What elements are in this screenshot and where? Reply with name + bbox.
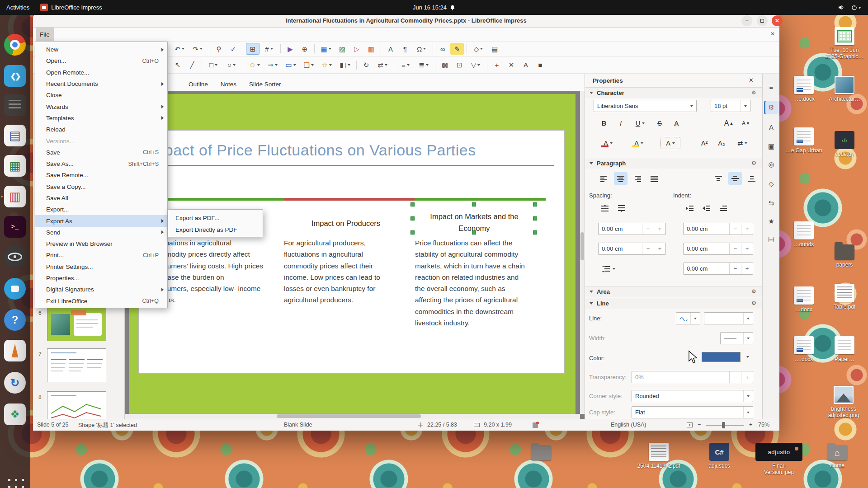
close-sidebar-icon[interactable]: ✕ <box>749 77 754 84</box>
tb-helplines[interactable]: # <box>260 43 278 55</box>
dropdown-arrow-icon[interactable] <box>743 390 753 402</box>
clock[interactable]: Jun 16 15:24 <box>413 4 447 11</box>
selection-handle[interactable] <box>410 230 415 235</box>
desktop-icon-docx-a[interactable]: …e.docx <box>783 76 825 102</box>
menu-slide-show[interactable] <box>94 28 103 41</box>
dock-software[interactable] <box>4 404 26 425</box>
tb-crop[interactable]: ⊡ <box>453 59 466 71</box>
file-menu-open-remote[interactable]: Open Remote... <box>35 67 167 78</box>
tb-basic-shapes[interactable]: ◇ <box>470 43 487 55</box>
menu-insert[interactable] <box>70 28 78 41</box>
desktop-icon-table-pdf[interactable]: Table.pdf <box>824 284 865 310</box>
decrement-button[interactable]: − <box>729 263 741 274</box>
align-top-button[interactable] <box>712 172 725 185</box>
sidebar-tab-shapes[interactable]: ◇ <box>764 177 778 191</box>
tb-zoom[interactable]: ⊕ <box>298 43 311 55</box>
menu-slide[interactable] <box>86 28 94 41</box>
desktop-icon-docx-c[interactable]: ….docx <box>783 336 825 362</box>
justify-button[interactable] <box>647 172 661 185</box>
superscript-button[interactable]: A² <box>698 137 711 149</box>
sidebar-tab-slide-transition[interactable]: ⇆ <box>764 196 778 210</box>
decrement-button[interactable]: − <box>729 223 741 235</box>
selection-handle[interactable] <box>533 216 537 221</box>
dock-chat[interactable] <box>4 278 26 300</box>
selection-handle[interactable] <box>533 230 537 235</box>
align-vcenter-button[interactable] <box>728 172 742 185</box>
volume-icon[interactable] <box>838 5 845 10</box>
desktop-icon-docx-b[interactable]: …docx <box>783 286 825 313</box>
file-menu-recent-documents[interactable]: Recent Documents <box>35 78 167 89</box>
tb-flip[interactable]: ⇄ <box>374 59 391 71</box>
dock-help[interactable] <box>4 309 26 331</box>
dock-terminal[interactable] <box>4 216 26 238</box>
font-size-combo[interactable]: 18 pt <box>711 100 750 112</box>
slide-title[interactable]: Impact of Price Fluctuations on Various … <box>147 141 476 159</box>
file-menu-save-a-copy[interactable]: Save a Copy... <box>35 181 167 192</box>
document-language[interactable]: English (USA) <box>611 422 646 428</box>
align-center-button[interactable] <box>614 172 627 185</box>
file-menu-preview-in-web-browser[interactable]: Preview in Web Browser <box>35 238 167 249</box>
tb-flowchart[interactable]: ▭ <box>282 59 299 71</box>
section-line[interactable]: Line ⚙ <box>585 298 762 309</box>
desktop-icon-xlsx[interactable]: Tue, 10 Jun 2025-Graphic… <box>824 27 865 60</box>
tb-extrusion[interactable]: ■ <box>533 59 547 71</box>
file-menu-printer-settings[interactable]: Printer Settings... <box>35 261 167 272</box>
bold-button[interactable]: B <box>597 117 611 129</box>
font-name-combo[interactable]: Liberation Sans <box>594 100 697 112</box>
italic-button[interactable]: I <box>614 117 627 129</box>
highlight-color-button[interactable]: A <box>629 137 649 149</box>
tb-align[interactable]: ≡ <box>397 59 414 71</box>
character-spacing-button[interactable]: ⇄ <box>732 137 753 149</box>
desktop-icon-folder[interactable] <box>520 443 562 460</box>
align-right-button[interactable] <box>631 172 644 185</box>
tb-callouts[interactable]: ❑ <box>300 59 317 71</box>
activities-button[interactable]: Activities <box>6 4 29 11</box>
file-menu-export[interactable]: Export... <box>35 204 167 215</box>
tb-fontwork[interactable]: A <box>519 59 533 71</box>
tb-filter[interactable]: ▽ <box>467 59 484 71</box>
tb-insert-media[interactable]: ▷ <box>350 43 363 55</box>
tb-distribute[interactable]: ≣ <box>415 59 432 71</box>
file-menu-properties[interactable]: Properties... <box>35 272 167 284</box>
section-character[interactable]: Character ⚙ <box>585 87 762 98</box>
dock-screenshot[interactable] <box>4 246 26 267</box>
desktop-icon-grounds[interactable]: …ounds <box>783 221 825 248</box>
tb-block-arrows[interactable]: ⇒ <box>264 59 281 71</box>
file-menu-save-remote[interactable]: Save Remote... <box>35 169 167 181</box>
tb-text-box[interactable]: A <box>384 43 397 55</box>
align-bottom-button[interactable] <box>745 172 759 185</box>
dropdown-arrow-icon[interactable] <box>741 100 750 112</box>
fit-slide-icon[interactable] <box>687 422 693 427</box>
tb-header-footer[interactable]: ¶ <box>398 43 412 55</box>
tb-hyperlink[interactable]: ∞ <box>436 43 449 55</box>
tb-special-character[interactable]: Ω <box>413 43 430 55</box>
shrink-font-button[interactable]: A▼ <box>739 117 753 129</box>
zoom-in[interactable]: + <box>749 422 752 428</box>
selection-handle[interactable] <box>410 202 415 206</box>
dropdown-arrow-icon[interactable] <box>743 407 753 418</box>
cap-style-combo[interactable]: Flat <box>632 406 753 418</box>
zoom-slider-thumb[interactable] <box>722 422 725 428</box>
slide-canvas[interactable]: Impact of Price Fluctuations on Various … <box>129 94 576 414</box>
font-color-button[interactable]: A <box>598 137 618 149</box>
file-menu-reload[interactable]: Reload <box>35 124 167 135</box>
minimize-button[interactable]: − <box>741 15 752 26</box>
dropdown-arrow-icon[interactable] <box>743 313 753 324</box>
tb-insert-image[interactable]: ▨ <box>335 43 349 55</box>
power-menu[interactable]: ▾ <box>851 5 861 10</box>
view-tab-notes[interactable]: Notes <box>215 79 242 91</box>
dock-vscode[interactable] <box>4 65 26 87</box>
column-2-text[interactable]: For agricultural producers,fluctuations … <box>284 237 408 306</box>
spacing-above-field[interactable]: 0.00 cm − + <box>598 223 666 235</box>
file-menu-save-all[interactable]: Save All <box>35 192 167 204</box>
decrement-button[interactable]: − <box>729 371 741 383</box>
tb-start-slideshow[interactable]: ▶ <box>283 43 297 55</box>
tb-spelling[interactable]: ✓ <box>226 43 240 55</box>
sidebar-tab-properties[interactable]: ⚙ <box>764 101 778 114</box>
unsaved-changes-icon[interactable] <box>533 422 538 428</box>
selection-handle[interactable] <box>472 202 476 206</box>
tb-points[interactable]: + <box>490 59 504 71</box>
increment-button[interactable]: + <box>741 243 753 254</box>
file-menu-exit-libreoffice[interactable]: Exit LibreOffice Ctrl+Q <box>35 296 167 307</box>
subscript-button[interactable]: A₂ <box>715 137 728 149</box>
